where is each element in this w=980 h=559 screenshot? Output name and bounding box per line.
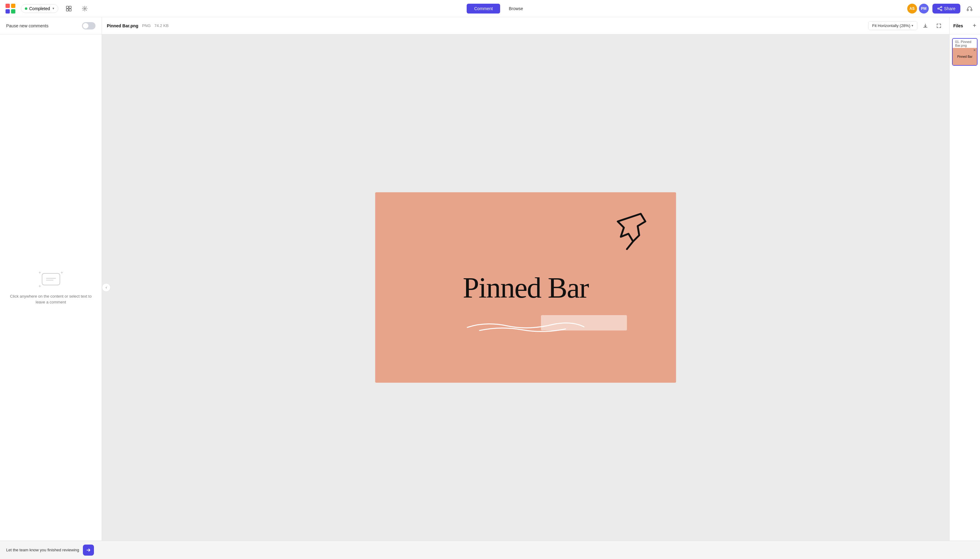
empty-hint-text: Click anywhere on the content or select …: [7, 293, 94, 305]
share-button[interactable]: Share: [932, 4, 960, 13]
left-sidebar: Pause new comments + + + Click anywhere …: [0, 17, 102, 541]
pause-label: Pause new comments: [6, 23, 48, 28]
right-sidebar-header: Files +: [950, 17, 980, 35]
pin-icon: [615, 211, 652, 252]
rectangle-overlay: [541, 315, 627, 331]
svg-rect-3: [11, 9, 15, 13]
svg-line-11: [627, 241, 633, 249]
avatar-group: AS PM: [907, 4, 929, 13]
svg-rect-9: [967, 9, 968, 11]
bubble-line-2: [46, 280, 53, 280]
plus-icon-bl: +: [39, 283, 41, 288]
content-area: Pause new comments + + + Click anywhere …: [0, 17, 980, 541]
canvas-image[interactable]: Pinned Bar: [375, 192, 676, 383]
svg-rect-4: [66, 6, 68, 8]
fit-button[interactable]: Fit Horizontally (28%) ▾: [868, 21, 917, 30]
app-logo[interactable]: [5, 3, 16, 14]
topbar: Completed ▾ Comment Browse AS PM Share: [0, 0, 980, 17]
thumb-text: Pinned Bar: [957, 55, 972, 58]
svg-rect-0: [5, 4, 10, 8]
files-label: Files: [953, 23, 963, 28]
comment-placeholder-icon: + + +: [39, 270, 63, 288]
canvas-main-text: Pinned Bar: [463, 271, 588, 305]
avatar-pm: PM: [919, 4, 929, 13]
fullscreen-button[interactable]: [933, 20, 944, 31]
share-label: Share: [944, 6, 955, 11]
svg-rect-6: [66, 9, 68, 11]
svg-rect-2: [5, 9, 10, 13]
svg-point-8: [84, 8, 85, 9]
download-button[interactable]: [920, 20, 931, 31]
canvas-viewport[interactable]: ‹ Pinned Bar: [102, 35, 949, 541]
status-dot: [25, 7, 27, 10]
plus-icon-tl: +: [39, 270, 41, 275]
pause-toggle[interactable]: [82, 22, 96, 30]
svg-rect-10: [971, 9, 972, 11]
bubble-lines: [46, 278, 56, 280]
tab-comment[interactable]: Comment: [467, 4, 500, 13]
bottom-bar-text: Let the team know you finished reviewing: [6, 547, 79, 552]
file-info: Pinned Bar.png PNG 74.2 KB: [107, 23, 168, 28]
status-badge[interactable]: Completed ▾: [21, 4, 58, 13]
thumbnail-preview: Pinned Bar ✕: [953, 48, 977, 65]
add-file-button[interactable]: +: [973, 22, 976, 29]
bubble-line-1: [46, 278, 56, 279]
plus-icon-tr: +: [61, 270, 63, 275]
tab-browse[interactable]: Browse: [502, 4, 531, 13]
sidebar-header: Pause new comments: [0, 17, 102, 35]
collapse-sidebar-button[interactable]: ‹: [102, 283, 111, 292]
finished-reviewing-button[interactable]: [83, 544, 94, 556]
file-size: 74.2 KB: [154, 23, 168, 28]
svg-rect-1: [11, 4, 15, 8]
topbar-left: Completed ▾: [5, 3, 90, 14]
gallery-button[interactable]: [63, 3, 74, 14]
status-label: Completed: [29, 6, 50, 11]
file-name: Pinned Bar.png: [107, 23, 139, 28]
right-sidebar: Files + 01. Pinned Bar.png Pinned Bar ✕: [949, 17, 980, 541]
file-thumbnail-item[interactable]: 01. Pinned Bar.png Pinned Bar ✕: [952, 38, 978, 66]
sidebar-empty-state: + + + Click anywhere on the content or s…: [0, 35, 102, 541]
file-type: PNG: [142, 23, 151, 28]
canvas-controls: Fit Horizontally (28%) ▾: [868, 20, 944, 31]
svg-rect-5: [69, 6, 71, 8]
fit-label: Fit Horizontally (28%): [872, 23, 910, 28]
chevron-down-icon: ▾: [912, 24, 913, 28]
comment-bubble-icon: [42, 273, 60, 285]
tab-bar: Comment Browse: [467, 4, 530, 13]
thumbnail-close-button[interactable]: ✕: [973, 48, 976, 52]
headphones-button[interactable]: [964, 3, 975, 14]
file-number-label: 01. Pinned Bar.png: [953, 39, 977, 48]
main-canvas: Pinned Bar.png PNG 74.2 KB Fit Horizonta…: [102, 17, 949, 541]
svg-rect-7: [69, 9, 71, 11]
topbar-right: AS PM Share: [907, 3, 975, 14]
canvas-topbar: Pinned Bar.png PNG 74.2 KB Fit Horizonta…: [102, 17, 949, 35]
settings-button[interactable]: [79, 3, 90, 14]
chevron-down-icon: ▾: [53, 7, 54, 10]
avatar-as: AS: [907, 4, 917, 13]
bottom-bar: Let the team know you finished reviewing: [0, 541, 980, 559]
